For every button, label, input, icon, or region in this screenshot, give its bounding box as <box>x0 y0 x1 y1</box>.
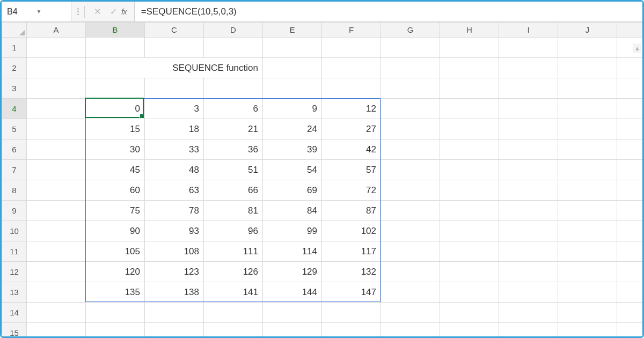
cell-B15[interactable] <box>86 323 145 339</box>
cell-B5[interactable]: 15 <box>86 119 145 139</box>
cancel-button[interactable]: ✕ <box>89 6 105 17</box>
cell-D13[interactable]: 141 <box>204 282 263 303</box>
cell-B8[interactable]: 60 <box>86 180 145 201</box>
cell-G11[interactable] <box>381 241 440 262</box>
cell-I6[interactable] <box>499 139 558 160</box>
cell-J5[interactable] <box>558 119 617 139</box>
cell-F10[interactable]: 102 <box>322 221 381 241</box>
cell-D15[interactable] <box>204 323 263 339</box>
cell-F7[interactable]: 57 <box>322 160 381 180</box>
cell-K10[interactable] <box>617 221 645 241</box>
cell-K14[interactable] <box>617 303 645 323</box>
cell-F11[interactable]: 117 <box>322 241 381 262</box>
column-header-B[interactable]: B <box>86 23 145 38</box>
cell-C10[interactable]: 93 <box>145 221 204 241</box>
cell-J13[interactable] <box>558 282 617 303</box>
cell-B6[interactable]: 30 <box>86 139 145 160</box>
cell-K15[interactable] <box>617 323 645 339</box>
cell-G1[interactable] <box>381 38 440 58</box>
cell-H2[interactable] <box>440 58 499 78</box>
cell-K6[interactable] <box>617 139 645 160</box>
cell-F4[interactable]: 12 <box>322 99 381 119</box>
cell-H8[interactable] <box>440 180 499 201</box>
cell-C8[interactable]: 63 <box>145 180 204 201</box>
cell-I5[interactable] <box>499 119 558 139</box>
cell-K3[interactable] <box>617 78 645 99</box>
cell-C7[interactable]: 48 <box>145 160 204 180</box>
cell-I14[interactable] <box>499 303 558 323</box>
cell-A13[interactable] <box>27 282 86 303</box>
name-box[interactable]: B4 ▼ <box>2 2 71 21</box>
cell-B2[interactable]: SEQUENCE function <box>86 58 263 78</box>
cell-J14[interactable] <box>558 303 617 323</box>
cell-E10[interactable]: 99 <box>263 221 322 241</box>
cell-K5[interactable] <box>617 119 645 139</box>
cell-E4[interactable]: 9 <box>263 99 322 119</box>
cell-F5[interactable]: 27 <box>322 119 381 139</box>
cell-D14[interactable] <box>204 303 263 323</box>
cell-E15[interactable] <box>263 323 322 339</box>
cell-I8[interactable] <box>499 180 558 201</box>
row-header-2[interactable]: 2 <box>2 58 27 78</box>
cell-C3[interactable] <box>145 78 204 99</box>
cell-E11[interactable]: 114 <box>263 241 322 262</box>
cell-C1[interactable] <box>145 38 204 58</box>
row-header-9[interactable]: 9 <box>2 201 27 221</box>
cell-A5[interactable] <box>27 119 86 139</box>
column-header-C[interactable]: C <box>145 23 204 38</box>
fx-icon[interactable]: fx <box>121 7 127 16</box>
cell-C15[interactable] <box>145 323 204 339</box>
cell-D5[interactable]: 21 <box>204 119 263 139</box>
cell-D11[interactable]: 111 <box>204 241 263 262</box>
cell-D10[interactable]: 96 <box>204 221 263 241</box>
cell-E1[interactable] <box>263 38 322 58</box>
column-header-K[interactable]: K <box>617 23 645 38</box>
cell-G9[interactable] <box>381 201 440 221</box>
cell-D9[interactable]: 81 <box>204 201 263 221</box>
cell-C14[interactable] <box>145 303 204 323</box>
cell-E13[interactable]: 144 <box>263 282 322 303</box>
cell-H7[interactable] <box>440 160 499 180</box>
column-header-G[interactable]: G <box>381 23 440 38</box>
cell-I15[interactable] <box>499 323 558 339</box>
column-header-E[interactable]: E <box>263 23 322 38</box>
cell-B7[interactable]: 45 <box>86 160 145 180</box>
cell-A12[interactable] <box>27 262 86 282</box>
cell-A11[interactable] <box>27 241 86 262</box>
cell-D3[interactable] <box>204 78 263 99</box>
cell-G3[interactable] <box>381 78 440 99</box>
scroll-up-icon[interactable]: ▲ <box>633 43 641 53</box>
cell-H9[interactable] <box>440 201 499 221</box>
cell-J1[interactable] <box>558 38 617 58</box>
cell-D12[interactable]: 126 <box>204 262 263 282</box>
column-header-I[interactable]: I <box>499 23 558 38</box>
cell-B12[interactable]: 120 <box>86 262 145 282</box>
cell-D8[interactable]: 66 <box>204 180 263 201</box>
cell-H11[interactable] <box>440 241 499 262</box>
cell-I11[interactable] <box>499 241 558 262</box>
cell-D7[interactable]: 51 <box>204 160 263 180</box>
cell-D1[interactable] <box>204 38 263 58</box>
cell-G7[interactable] <box>381 160 440 180</box>
chevron-down-icon[interactable]: ▼ <box>36 9 66 14</box>
cell-C6[interactable]: 33 <box>145 139 204 160</box>
cell-A2[interactable] <box>27 58 86 78</box>
cell-C9[interactable]: 78 <box>145 201 204 221</box>
row-header-15[interactable]: 15 <box>2 323 27 339</box>
cell-J11[interactable] <box>558 241 617 262</box>
cell-H10[interactable] <box>440 221 499 241</box>
cell-J4[interactable] <box>558 99 617 119</box>
cell-K13[interactable] <box>617 282 645 303</box>
cell-B14[interactable] <box>86 303 145 323</box>
drag-handle-icon[interactable] <box>76 8 80 15</box>
cell-A4[interactable] <box>27 99 86 119</box>
cell-J3[interactable] <box>558 78 617 99</box>
cell-J15[interactable] <box>558 323 617 339</box>
cell-B1[interactable] <box>86 38 145 58</box>
cell-F8[interactable]: 72 <box>322 180 381 201</box>
cell-A6[interactable] <box>27 139 86 160</box>
cell-F2[interactable] <box>322 58 381 78</box>
cell-B13[interactable]: 135 <box>86 282 145 303</box>
cell-I9[interactable] <box>499 201 558 221</box>
cell-F3[interactable] <box>322 78 381 99</box>
